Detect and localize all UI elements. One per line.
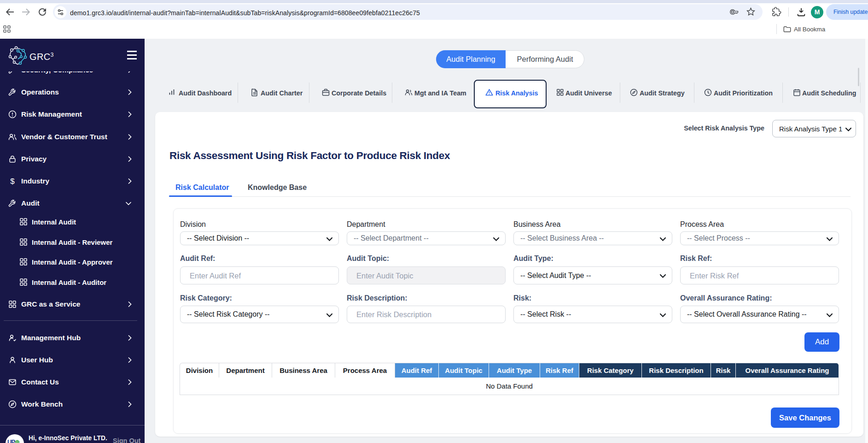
svg-text:$: $ xyxy=(10,177,15,185)
